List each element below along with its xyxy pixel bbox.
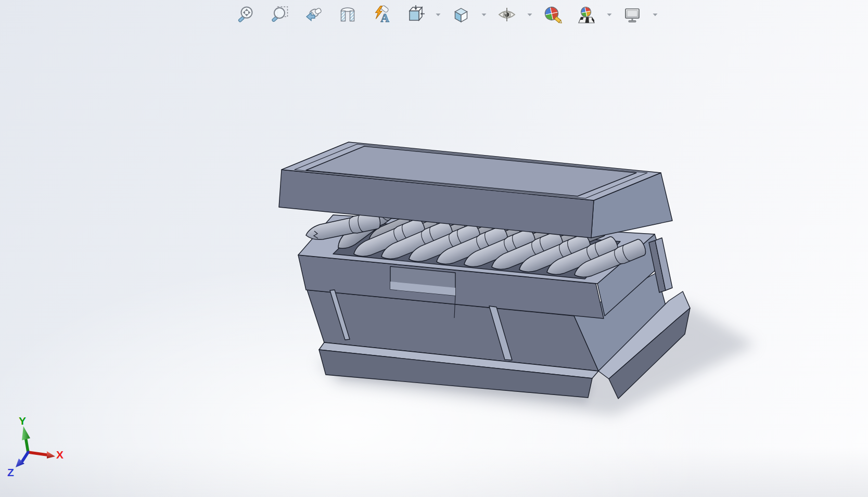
z-axis-shaft (22, 452, 28, 461)
x-axis-shaft (28, 452, 47, 455)
view-settings-button[interactable] (623, 5, 642, 24)
hide-show-items-button[interactable] (497, 5, 516, 24)
chevron-down-icon (434, 10, 442, 19)
y-axis-label: Y (19, 415, 26, 427)
svg-text:A: A (380, 11, 389, 24)
view-settings-dropdown[interactable] (651, 5, 659, 24)
zoom-to-area-button[interactable] (271, 5, 289, 24)
hide-show-items-dropdown[interactable] (526, 5, 534, 24)
zoom-to-fit-button[interactable] (237, 5, 256, 24)
section-view-button[interactable] (338, 5, 357, 24)
3d-viewport[interactable]: A (0, 0, 868, 497)
zoom-to-fit-icon (237, 5, 256, 24)
y-axis-arrowhead (22, 426, 30, 440)
previous-view-icon (304, 5, 323, 24)
y-axis-shaft (26, 440, 28, 452)
eye-icon (497, 5, 516, 24)
model-canvas[interactable] (0, 0, 868, 497)
x-axis-arrowhead (47, 451, 55, 458)
view-orientation-dropdown[interactable] (434, 5, 442, 24)
dynamic-annotation-views-button[interactable]: A (372, 5, 391, 24)
shaded-cube-icon (452, 5, 470, 24)
chevron-down-icon (651, 10, 659, 19)
section-view-icon (338, 5, 357, 24)
chevron-down-icon (605, 10, 614, 19)
chevron-down-icon (526, 10, 534, 19)
apply-scene-button[interactable] (577, 5, 596, 24)
pencil-glyph (554, 17, 562, 24)
appearance-sphere-pencil-icon (543, 5, 562, 24)
annotation-flash-icon: A (372, 5, 391, 24)
zoom-to-area-icon (271, 5, 289, 24)
scene-sphere-checker-icon (577, 5, 596, 24)
apply-scene-dropdown[interactable] (605, 5, 614, 24)
x-axis-label: X (56, 449, 63, 461)
display-style-dropdown[interactable] (480, 5, 488, 24)
monitor-icon (623, 5, 642, 24)
view-cube-icon (406, 5, 425, 24)
orientation-triad: Y X Z (0, 389, 78, 488)
chevron-down-icon (480, 10, 488, 19)
edit-appearance-button[interactable] (543, 5, 562, 24)
previous-view-button[interactable] (304, 5, 323, 24)
display-style-button[interactable] (452, 5, 470, 24)
z-axis-label: Z (7, 466, 14, 478)
heads-up-toolbar: A (237, 5, 654, 24)
view-orientation-button[interactable] (406, 5, 425, 24)
